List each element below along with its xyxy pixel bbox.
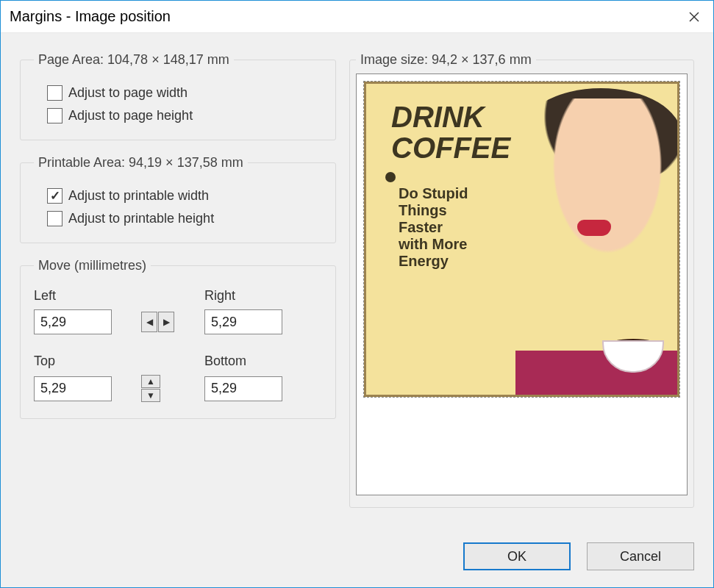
top-label: Top [34,354,122,369]
ok-button[interactable]: OK [463,542,571,570]
top-input[interactable] [34,376,112,401]
preview-image: DRINK COFFEE Do Stupid Things Faster wit… [364,82,679,397]
close-button[interactable] [675,1,713,33]
triangle-up-icon: ▲ [146,376,155,387]
poster-dot-shape [385,172,396,182]
move-legend: Move (millimetres) [34,258,151,273]
adjust-printable-height-checkbox[interactable] [47,211,63,226]
poster-title-text: DRINK COFFEE [391,101,510,163]
right-label: Right [204,288,293,304]
page-area-legend: Page Area: 104,78 × 148,17 mm [34,52,234,68]
adjust-page-width-checkbox[interactable] [47,85,63,101]
adjust-page-width-label: Adjust to page width [68,85,188,101]
dialog-window: Margins - Image position Page Area: 104,… [0,0,714,588]
printable-area-group: Printable Area: 94,19 × 137,58 mm Adjust… [20,155,336,243]
adjust-printable-width-label: Adjust to printable width [68,188,209,204]
poster-lips-shape [577,220,611,236]
move-up-button[interactable]: ▲ [141,375,160,388]
move-left-button[interactable]: ◀ [141,312,157,332]
left-column: Page Area: 104,78 × 148,17 mm Adjust to … [20,52,336,531]
adjust-page-height-label: Adjust to page height [68,108,193,123]
page-area-group: Page Area: 104,78 × 148,17 mm Adjust to … [20,52,336,140]
window-title: Margins - Image position [10,8,171,25]
adjust-printable-height-label: Adjust to printable height [68,211,214,226]
move-right-button[interactable]: ▶ [158,312,174,332]
triangle-down-icon: ▼ [146,390,155,401]
titlebar: Margins - Image position [1,1,713,33]
move-group: Move (millimetres) Left Right ◀ ▶ Top Bo… [20,258,336,419]
poster-face-shape [530,98,679,290]
right-column: Image size: 94,2 × 137,6 mm DRINK COFFEE… [349,52,694,531]
adjust-printable-width-checkbox[interactable] [47,188,63,204]
bottom-input[interactable] [204,376,282,401]
preview-legend: Image size: 94,2 × 137,6 mm [356,52,536,68]
cancel-button[interactable]: Cancel [587,542,694,570]
adjust-page-height-checkbox[interactable] [47,108,63,123]
preview-group: Image size: 94,2 × 137,6 mm DRINK COFFEE… [349,52,694,508]
close-icon [689,12,699,22]
triangle-left-icon: ◀ [146,317,153,327]
preview-page: DRINK COFFEE Do Stupid Things Faster wit… [356,74,688,495]
left-label: Left [34,288,122,304]
triangle-right-icon: ▶ [163,317,170,327]
bottom-label: Bottom [204,354,293,369]
right-input[interactable] [204,309,282,334]
poster-sub-text: Do Stupid Things Faster with More Energy [399,185,501,270]
printable-area-legend: Printable Area: 94,19 × 137,58 mm [34,155,248,171]
dialog-footer: OK Cancel [1,539,713,587]
move-down-button[interactable]: ▼ [141,389,160,402]
dialog-content: Page Area: 104,78 × 148,17 mm Adjust to … [1,33,713,539]
left-input[interactable] [34,309,112,334]
